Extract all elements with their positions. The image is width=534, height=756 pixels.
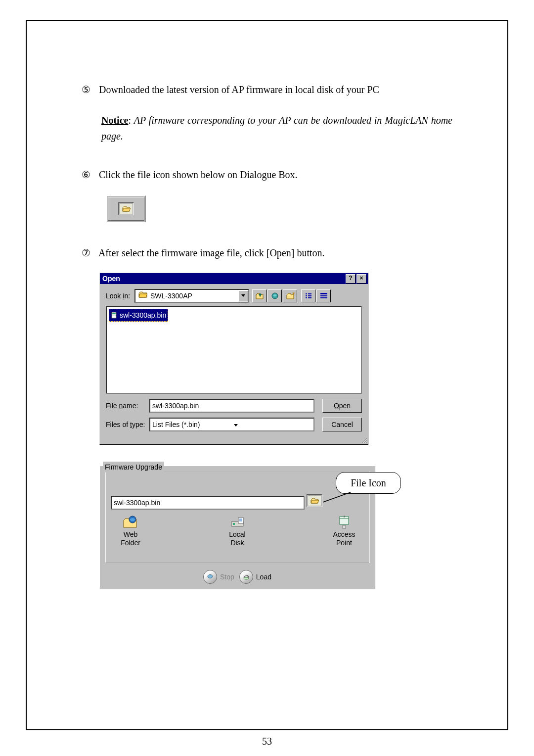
step5-text: Downloaded the latest version of AP firm… [99, 84, 379, 95]
svg-rect-13 [112, 315, 116, 315]
local-disk-icon [228, 515, 246, 529]
page-number: 53 [0, 736, 534, 747]
notice-text: AP firmware corresponding to your AP can… [101, 115, 452, 142]
svg-rect-10 [320, 297, 327, 298]
svg-text:✶: ✶ [292, 292, 295, 296]
callout-file-icon: File Icon [336, 472, 401, 494]
help-button[interactable]: ? [346, 274, 356, 284]
svg-rect-5 [308, 295, 312, 296]
local-disk-target: LocalDisk [218, 515, 257, 547]
svg-line-17 [366, 442, 367, 443]
files-of-type-value: List Files (*.bin) [150, 419, 232, 430]
firmware-path-input[interactable]: swl-3300ap.bin [111, 496, 305, 510]
desktop-button[interactable] [267, 289, 282, 302]
step5-number: ⑤ [82, 82, 96, 97]
svg-rect-4 [306, 295, 307, 296]
step6-number: ⑥ [82, 167, 96, 183]
access-point-target: AccessPoint [324, 515, 364, 547]
step7-number: ⑦ [82, 245, 96, 261]
look-in-value: SWL-3300AP [150, 290, 238, 301]
dialog-titlebar: Open ? × [100, 273, 368, 284]
load-button[interactable] [239, 570, 253, 584]
list-view-button[interactable] [301, 289, 315, 302]
open-folder-icon [122, 205, 131, 212]
step6-text: Click the file icon shown below on Dialo… [99, 169, 298, 180]
svg-point-31 [208, 575, 213, 578]
look-in-combo[interactable]: SWL-3300AP [134, 289, 249, 303]
up-one-level-button[interactable] [252, 289, 267, 302]
open-button[interactable]: Open [322, 399, 362, 413]
notice-label: Notice [101, 115, 128, 126]
files-of-type-combo[interactable]: List Files (*.bin) [149, 418, 314, 431]
stop-button[interactable] [203, 570, 217, 584]
stop-icon [207, 574, 213, 580]
web-folder-target: WebFolder [111, 515, 150, 547]
look-in-label: Look in: [106, 290, 134, 301]
group-title: Firmware Upgrade [103, 462, 164, 472]
web-folder-icon [122, 515, 139, 529]
file-icon-button[interactable] [307, 494, 322, 507]
open-folder-icon [310, 497, 319, 504]
svg-rect-6 [306, 297, 307, 298]
folder-icon [138, 290, 147, 301]
file-item-label: swl-3300ap.bin [120, 310, 166, 321]
svg-rect-9 [320, 295, 327, 296]
svg-rect-29 [343, 525, 346, 528]
step7-text: After select the firmware image file, cl… [98, 247, 325, 258]
load-icon [243, 574, 250, 580]
svg-rect-7 [308, 297, 312, 298]
firmware-upgrade-panel: Firmware Upgrade swl-3300ap.bin [99, 466, 375, 589]
svg-point-32 [244, 577, 249, 579]
cancel-button[interactable]: Cancel [322, 418, 362, 431]
svg-rect-27 [340, 517, 349, 524]
file-icon-button-demo [106, 195, 146, 222]
svg-line-33 [323, 492, 351, 502]
resize-grip[interactable] [360, 437, 367, 444]
file-name-input[interactable]: swl-3300ap.bin [149, 399, 314, 413]
close-button[interactable]: × [356, 274, 366, 284]
svg-rect-22 [233, 523, 235, 525]
load-label: Load [256, 571, 271, 582]
notice-colon: : [128, 115, 134, 126]
svg-rect-23 [238, 518, 243, 523]
svg-rect-8 [320, 293, 327, 294]
file-item-selected[interactable]: swl-3300ap.bin [109, 309, 168, 322]
callout-pointer [322, 491, 352, 503]
details-view-button[interactable] [316, 289, 331, 302]
file-list[interactable]: swl-3300ap.bin [106, 306, 362, 394]
svg-rect-14 [112, 316, 116, 316]
dropdown-arrow[interactable] [232, 419, 313, 430]
access-point-icon [337, 515, 352, 529]
files-of-type-label: Files of type: [106, 419, 149, 430]
dropdown-arrow[interactable] [238, 290, 248, 301]
new-folder-button[interactable]: ✶ [283, 289, 297, 302]
open-file-dialog: Open ? × Look in: SWL-3300AP [99, 273, 368, 445]
svg-rect-12 [112, 313, 116, 314]
dialog-title: Open [101, 273, 345, 284]
svg-rect-2 [306, 293, 307, 294]
stop-label: Stop [220, 571, 234, 582]
file-name-label: File name: [106, 400, 149, 411]
svg-rect-3 [308, 293, 312, 294]
file-icon [111, 312, 118, 319]
